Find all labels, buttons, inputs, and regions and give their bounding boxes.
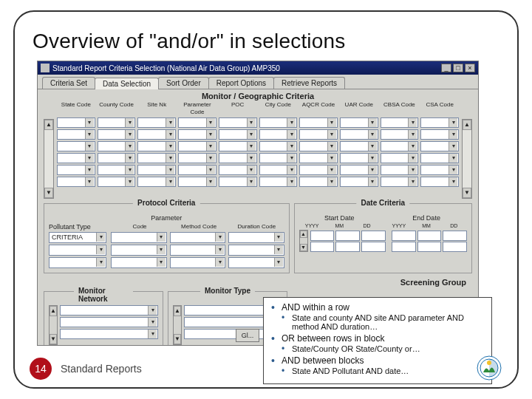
- tab-data-selection[interactable]: Data Selection: [95, 78, 159, 89]
- mg-input[interactable]: [299, 177, 338, 187]
- mg-input[interactable]: [420, 165, 459, 175]
- pc-duration-input[interactable]: [228, 232, 284, 243]
- mg-input[interactable]: [137, 129, 176, 140]
- start-month-input[interactable]: [335, 231, 360, 241]
- mg-input[interactable]: [219, 177, 257, 187]
- mg-input[interactable]: [340, 129, 378, 140]
- mg-input[interactable]: [420, 153, 459, 163]
- scroll-up-icon[interactable]: ▲: [50, 306, 57, 316]
- mn-scroll[interactable]: ▲ ▼: [49, 305, 58, 345]
- mg-input[interactable]: [57, 117, 95, 128]
- mg-input[interactable]: [381, 177, 419, 187]
- start-year-input[interactable]: [310, 242, 335, 252]
- end-year-input[interactable]: [392, 231, 416, 241]
- tab-criteria-set[interactable]: Criteria Set: [42, 77, 95, 89]
- scroll-up-icon[interactable]: ▲: [44, 120, 53, 130]
- mg-input[interactable]: [57, 177, 95, 187]
- mg-input[interactable]: [98, 117, 136, 128]
- mn-input[interactable]: [60, 329, 158, 339]
- mg-input[interactable]: [137, 153, 176, 163]
- maximize-button[interactable]: □: [453, 64, 463, 72]
- close-button[interactable]: ×: [465, 64, 475, 72]
- scroll-down-icon[interactable]: ▼: [44, 188, 53, 198]
- mg-input[interactable]: [178, 153, 216, 163]
- scroll-down-icon[interactable]: ▼: [463, 188, 471, 198]
- mg-input[interactable]: [340, 153, 378, 163]
- mg-input[interactable]: [381, 153, 419, 163]
- mg-input[interactable]: [219, 141, 257, 151]
- pc-method-input[interactable]: [170, 257, 226, 268]
- mg-input[interactable]: [178, 129, 216, 140]
- mg-input[interactable]: [57, 165, 95, 175]
- mg-input[interactable]: [259, 153, 298, 163]
- mg-input[interactable]: [381, 117, 419, 128]
- scroll-down-icon[interactable]: ▼: [174, 334, 181, 344]
- mg-input[interactable]: [340, 117, 378, 128]
- mg-input[interactable]: [299, 165, 338, 175]
- mg-input[interactable]: [137, 165, 176, 175]
- mt-scroll[interactable]: ▲ ▼: [173, 305, 182, 345]
- mg-input[interactable]: [178, 117, 216, 128]
- mg-input[interactable]: [98, 153, 136, 163]
- scroll-up-icon[interactable]: ▲: [463, 120, 471, 130]
- mg-input[interactable]: [219, 153, 257, 163]
- mg-input[interactable]: [57, 129, 95, 140]
- mg-input[interactable]: [420, 177, 459, 187]
- tab-sort-order[interactable]: Sort Order: [158, 77, 209, 89]
- mg-input[interactable]: [259, 141, 298, 151]
- mg-input[interactable]: [340, 165, 378, 175]
- mg-input[interactable]: [381, 165, 419, 175]
- mg-input[interactable]: [299, 129, 338, 140]
- pollutant-type-select[interactable]: [49, 245, 106, 256]
- mg-input[interactable]: [340, 141, 378, 151]
- pc-code-input[interactable]: [111, 245, 167, 256]
- date-scroll[interactable]: ▲ ▼: [299, 230, 308, 252]
- mg-input[interactable]: [178, 141, 216, 151]
- tab-report-options[interactable]: Report Options: [208, 77, 274, 89]
- mg-input[interactable]: [420, 141, 459, 151]
- tab-retrieve-reports[interactable]: Retrieve Reports: [273, 77, 345, 89]
- system-menu-icon[interactable]: [41, 64, 50, 72]
- mg-input[interactable]: [57, 141, 95, 151]
- mg-input[interactable]: [381, 141, 419, 151]
- scroll-up-icon[interactable]: ▲: [174, 306, 181, 316]
- mg-input[interactable]: [340, 177, 378, 187]
- mg-input[interactable]: [259, 117, 298, 128]
- mg-input[interactable]: [137, 177, 176, 187]
- end-day-input[interactable]: [443, 242, 467, 252]
- mg-input[interactable]: [98, 129, 136, 140]
- scroll-down-icon[interactable]: ▼: [300, 244, 307, 251]
- start-day-input[interactable]: [361, 231, 386, 241]
- start-day-input[interactable]: [361, 242, 386, 252]
- mg-scroll-left[interactable]: ▲ ▼: [44, 119, 54, 199]
- scroll-down-icon[interactable]: ▼: [50, 334, 57, 344]
- mg-input[interactable]: [98, 141, 136, 151]
- end-month-input[interactable]: [417, 242, 442, 252]
- mg-input[interactable]: [299, 141, 338, 151]
- mg-input[interactable]: [178, 165, 216, 175]
- pc-method-input[interactable]: [170, 232, 226, 243]
- mg-input[interactable]: [219, 129, 257, 140]
- start-year-input[interactable]: [310, 231, 335, 241]
- mg-scroll-right[interactable]: ▲ ▼: [462, 119, 472, 199]
- mg-input[interactable]: [259, 177, 298, 187]
- end-day-input[interactable]: [443, 231, 467, 241]
- mg-input[interactable]: [259, 129, 298, 140]
- mg-input[interactable]: [259, 165, 298, 175]
- gl-button[interactable]: Gl...: [236, 329, 259, 342]
- mg-input[interactable]: [420, 129, 459, 140]
- pc-code-input[interactable]: [111, 232, 167, 243]
- mn-input[interactable]: [60, 317, 158, 327]
- mg-input[interactable]: [137, 117, 176, 128]
- mg-input[interactable]: [98, 165, 136, 175]
- start-month-input[interactable]: [335, 242, 360, 252]
- end-month-input[interactable]: [417, 231, 442, 241]
- pc-code-input[interactable]: [111, 257, 167, 268]
- end-year-input[interactable]: [392, 242, 416, 252]
- scroll-up-icon[interactable]: ▲: [300, 231, 307, 238]
- pollutant-type-select[interactable]: [49, 257, 106, 268]
- pc-method-input[interactable]: [170, 245, 226, 256]
- mg-input[interactable]: [299, 153, 338, 163]
- mg-input[interactable]: [57, 153, 95, 163]
- mg-input[interactable]: [381, 129, 419, 140]
